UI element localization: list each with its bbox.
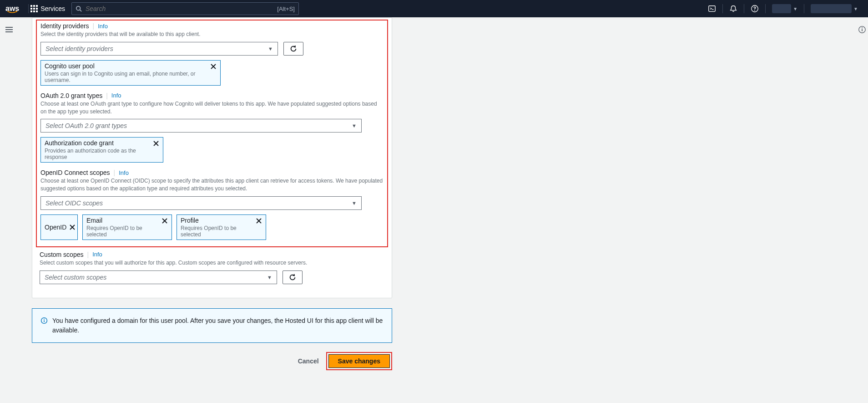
tag-profile: Profile Requires OpenID to be selected bbox=[177, 214, 266, 240]
services-menu-icon[interactable] bbox=[30, 5, 38, 12]
tag-authorization-code-grant: Authorization code grant Provides an aut… bbox=[40, 137, 163, 163]
refresh-icon bbox=[289, 45, 298, 53]
highlighted-settings-region: Identity providers | Info Select the ide… bbox=[36, 20, 388, 247]
section-title: Identity providers bbox=[40, 22, 89, 30]
cancel-button[interactable]: Cancel bbox=[298, 357, 319, 365]
save-changes-button[interactable]: Save changes bbox=[328, 354, 390, 368]
svg-point-20 bbox=[44, 319, 45, 320]
tag-description: Users can sign in to Cognito using an em… bbox=[45, 71, 207, 83]
tag-title: Cognito user pool bbox=[45, 62, 207, 70]
chevron-down-icon: ▼ bbox=[352, 200, 357, 206]
grant-types-dropdown[interactable]: Select OAuth 2.0 grant types ▼ bbox=[40, 119, 362, 133]
tag-description: Provides an authorization code as the re… bbox=[45, 148, 149, 160]
refresh-button[interactable] bbox=[283, 42, 303, 56]
services-label[interactable]: Services bbox=[40, 5, 65, 12]
svg-point-7 bbox=[862, 27, 863, 28]
hosted-ui-panel: Identity providers | Info Select the ide… bbox=[32, 17, 392, 298]
nav-separator bbox=[765, 4, 766, 13]
chevron-down-icon: ▼ bbox=[267, 275, 272, 280]
info-icon bbox=[40, 317, 48, 335]
help-icon[interactable] bbox=[751, 5, 759, 13]
svg-point-5 bbox=[754, 10, 755, 11]
section-title: Custom scopes bbox=[40, 251, 83, 258]
tag-title: OpenID bbox=[45, 224, 66, 231]
info-panel-toggle[interactable] bbox=[858, 26, 866, 34]
svg-line-1 bbox=[80, 10, 82, 12]
remove-tag-button[interactable] bbox=[210, 63, 217, 70]
section-title: OAuth 2.0 grant types bbox=[40, 92, 102, 99]
refresh-icon bbox=[288, 273, 297, 281]
info-banner-text: You have configured a domain for this us… bbox=[52, 316, 384, 335]
search-box[interactable]: [Alt+S] bbox=[71, 2, 299, 15]
cloudshell-icon[interactable] bbox=[708, 5, 716, 13]
notifications-icon[interactable] bbox=[729, 5, 737, 13]
hamburger-icon bbox=[5, 26, 13, 34]
tag-title: Profile bbox=[181, 217, 252, 224]
form-actions: Cancel Save changes bbox=[32, 352, 392, 370]
nav-separator bbox=[744, 4, 744, 13]
tag-email: Email Requires OpenID to be selected bbox=[82, 214, 172, 240]
dropdown-placeholder: Select identity providers bbox=[45, 45, 113, 52]
search-input[interactable] bbox=[86, 5, 277, 12]
sidebar-toggle[interactable] bbox=[0, 17, 18, 384]
dropdown-placeholder: Select OAuth 2.0 grant types bbox=[45, 122, 127, 129]
remove-tag-button[interactable] bbox=[161, 218, 168, 224]
search-icon bbox=[76, 5, 82, 12]
remove-tag-button[interactable] bbox=[69, 224, 76, 230]
nav-separator bbox=[804, 4, 804, 13]
tag-openid: OpenID bbox=[40, 214, 78, 240]
identity-providers-section: Identity providers | Info Select the ide… bbox=[40, 22, 384, 86]
oauth-grant-types-section: OAuth 2.0 grant types | Info Choose at l… bbox=[40, 92, 384, 163]
account-menu[interactable]: ▼ bbox=[811, 4, 858, 13]
custom-scopes-section: Custom scopes | Info Select custom scope… bbox=[36, 251, 388, 284]
nav-separator bbox=[722, 4, 723, 13]
oidc-scopes-dropdown[interactable]: Select OIDC scopes ▼ bbox=[40, 196, 362, 210]
tag-description: Requires OpenID to be selected bbox=[181, 225, 252, 238]
tag-title: Authorization code grant bbox=[45, 139, 149, 147]
aws-smile-icon bbox=[5, 11, 19, 14]
info-link[interactable]: Info bbox=[111, 92, 121, 99]
region-selector[interactable]: ▼ bbox=[772, 4, 797, 13]
info-link[interactable]: Info bbox=[119, 169, 129, 176]
nav-separator bbox=[28, 4, 29, 13]
highlighted-save-region: Save changes bbox=[326, 352, 392, 370]
search-hint: [Alt+S] bbox=[277, 5, 295, 12]
section-description: Select the identity providers that will … bbox=[40, 31, 384, 38]
remove-tag-button[interactable] bbox=[256, 218, 262, 224]
refresh-button[interactable] bbox=[283, 270, 303, 284]
custom-scopes-dropdown[interactable]: Select custom scopes ▼ bbox=[40, 270, 277, 284]
top-nav: aws Services [Alt+S] ▼ ▼ bbox=[0, 0, 868, 17]
dropdown-placeholder: Select custom scopes bbox=[45, 274, 106, 281]
info-link[interactable]: Info bbox=[98, 23, 108, 30]
dropdown-placeholder: Select OIDC scopes bbox=[45, 199, 103, 207]
chevron-down-icon: ▼ bbox=[352, 123, 357, 128]
section-description: Choose at least one OpenID Connect (OIDC… bbox=[40, 177, 384, 193]
aws-logo[interactable]: aws bbox=[5, 5, 19, 13]
oidc-scopes-section: OpenID Connect scopes | Info Choose at l… bbox=[40, 169, 384, 240]
section-title: OpenID Connect scopes bbox=[40, 169, 110, 176]
section-description: Select custom scopes that you will autho… bbox=[40, 259, 384, 267]
section-description: Choose at least one OAuth grant type to … bbox=[40, 100, 384, 116]
tag-title: Email bbox=[86, 217, 158, 224]
remove-tag-button[interactable] bbox=[153, 140, 159, 147]
info-link[interactable]: Info bbox=[92, 251, 102, 258]
chevron-down-icon: ▼ bbox=[268, 46, 273, 51]
identity-providers-dropdown[interactable]: Select identity providers ▼ bbox=[40, 42, 278, 56]
info-banner: You have configured a domain for this us… bbox=[32, 308, 392, 343]
svg-point-0 bbox=[76, 6, 81, 10]
tag-description: Requires OpenID to be selected bbox=[86, 225, 158, 238]
tag-cognito-user-pool: Cognito user pool Users can sign in to C… bbox=[40, 60, 221, 86]
